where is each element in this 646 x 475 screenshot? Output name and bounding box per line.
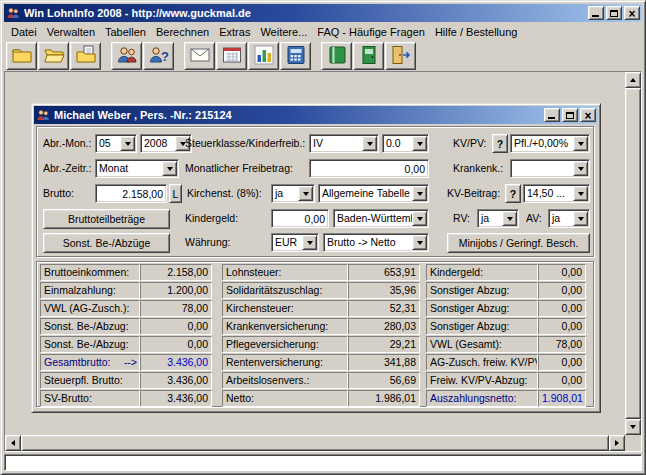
scroll-up-button[interactable] bbox=[625, 72, 641, 88]
mdi-area: Michael Weber , Pers. -Nr.: 215124 Abr.-… bbox=[4, 71, 642, 452]
results-panel: Bruttoeinkommen:2.158,00 Einmalzahlung:1… bbox=[36, 261, 594, 407]
result-row: VWL (AG-Zusch.):78,00 bbox=[40, 300, 212, 317]
menu-item-verwalten[interactable]: Verwalten bbox=[42, 24, 100, 40]
bundesland-select[interactable]: Baden-Württemb. bbox=[333, 209, 429, 228]
minijobs-button[interactable]: Minijobs / Geringf. Besch. bbox=[447, 233, 590, 253]
horizontal-scrollbar[interactable] bbox=[5, 435, 625, 451]
freibetrag-input[interactable] bbox=[309, 159, 429, 178]
main-titlebar[interactable]: Win LohnInfo 2008 - http://www.guckmal.d… bbox=[4, 4, 642, 22]
toolbar-employees-button[interactable] bbox=[111, 42, 142, 70]
employee-minimize-button[interactable] bbox=[544, 108, 560, 122]
rv-select[interactable]: ja bbox=[477, 209, 519, 228]
kirchensteuer-select[interactable]: ja bbox=[271, 184, 315, 203]
berechnungsrichtung-select[interactable]: Brutto -> Netto bbox=[323, 233, 429, 252]
menu-item-hilfe[interactable]: Hilfe / Bestellung bbox=[430, 24, 523, 40]
employee-close-button[interactable] bbox=[580, 108, 596, 122]
minimize-button[interactable] bbox=[588, 6, 604, 20]
selected-value: ja bbox=[549, 210, 573, 227]
selected-value: 2008 bbox=[141, 135, 175, 152]
menu-item-extras[interactable]: Extras bbox=[214, 24, 255, 40]
archive-icon bbox=[358, 44, 380, 69]
input-panel: Abr.-Mon.: 05 2008 Steuerklasse/Kinderfr… bbox=[36, 126, 594, 257]
vertical-scrollbar-thumb[interactable] bbox=[625, 88, 641, 419]
result-value: 2.158,00 bbox=[140, 264, 212, 281]
toolbar-chart-button[interactable] bbox=[248, 42, 279, 70]
result-value: 0,00 bbox=[538, 318, 586, 335]
employee-window-title: Michael Weber , Pers. -Nr.: 215124 bbox=[54, 109, 542, 121]
auszahlungsnetto-value: 1.908,01 bbox=[538, 390, 586, 407]
result-row: Krankenversicherung:280,03 bbox=[222, 318, 420, 335]
rv-label: RV: bbox=[453, 209, 470, 228]
steuerklasse-label: Steuerklasse/Kinderfreib.: bbox=[185, 134, 305, 153]
kindergeld-input[interactable] bbox=[271, 209, 329, 228]
close-button[interactable] bbox=[624, 6, 640, 20]
employee-titlebar[interactable]: Michael Weber , Pers. -Nr.: 215124 bbox=[34, 106, 598, 124]
result-label: AG-Zusch. freiw. KV/PV: bbox=[426, 354, 538, 371]
horizontal-scrollbar-thumb[interactable] bbox=[21, 435, 609, 451]
toolbar-exit-button[interactable] bbox=[385, 42, 416, 70]
av-select[interactable]: ja bbox=[548, 209, 590, 228]
toolbar-calendar-button[interactable] bbox=[216, 42, 247, 70]
result-row: Sonst. Be-/Abzug:0,00 bbox=[40, 318, 212, 335]
auszahlungsnetto-label: Auszahlungsnetto: bbox=[426, 390, 538, 407]
menu-item-faq[interactable]: FAQ - Häufige Fragen bbox=[312, 24, 430, 40]
result-row: Gesamtbrutto:-->3.436,00 bbox=[40, 354, 212, 371]
kv-pv-select[interactable]: Pfl./+0,00% bbox=[510, 134, 590, 153]
employee-maximize-button[interactable] bbox=[562, 108, 578, 122]
toolbar-employee-search-button[interactable]: ? bbox=[143, 42, 174, 70]
menu-item-berechnen[interactable]: Berechnen bbox=[151, 24, 214, 40]
brutto-input[interactable] bbox=[95, 184, 167, 203]
steuerklasse-select[interactable]: IV bbox=[309, 134, 379, 153]
result-row: SV-Brutto:3.436,00 bbox=[40, 390, 212, 407]
result-value: 653,91 bbox=[348, 264, 420, 281]
scroll-right-button[interactable] bbox=[609, 435, 625, 451]
result-label: Kindergeld: bbox=[426, 264, 538, 281]
menu-item-datei[interactable]: Datei bbox=[6, 24, 42, 40]
toolbar-archive-button[interactable] bbox=[353, 42, 384, 70]
kv-beitrag-help-button[interactable]: ? bbox=[505, 184, 521, 203]
chevron-down-icon bbox=[573, 161, 588, 176]
waehrung-select[interactable]: EUR bbox=[271, 233, 319, 252]
menu-item-tabellen[interactable]: Tabellen bbox=[100, 24, 151, 40]
bruttoteilbetraege-button[interactable]: Bruttoteilbeträge bbox=[43, 209, 170, 229]
book-icon bbox=[326, 44, 348, 69]
result-row: Sonstiger Abzug:0,00 bbox=[426, 300, 586, 317]
abr-zeitraum-select[interactable]: Monat bbox=[95, 159, 179, 178]
toolbar-open-button[interactable] bbox=[38, 42, 69, 70]
result-label: Pflegeversicherung: bbox=[222, 336, 348, 353]
krankenkasse-select[interactable] bbox=[510, 159, 590, 178]
chevron-down-icon bbox=[502, 211, 517, 226]
selected-value: 14,50 ... bbox=[524, 185, 573, 202]
result-value: 52,31 bbox=[348, 300, 420, 317]
maximize-button[interactable] bbox=[606, 6, 622, 20]
kv-pv-help-button[interactable]: ? bbox=[492, 134, 508, 153]
lohnsteuertabelle-select[interactable]: Allgemeine Tabelle bbox=[318, 184, 429, 203]
result-row: AG-Zusch. freiw. KV/PV:0,00 bbox=[426, 354, 586, 371]
menu-item-weitere[interactable]: Weitere... bbox=[255, 24, 312, 40]
kinderfreibetrag-select[interactable]: 0.0 bbox=[382, 134, 429, 153]
gesamtbrutto-arrow-button[interactable]: --> bbox=[124, 355, 137, 370]
sonstige-bezuege-button[interactable]: Sonst. Be-/Abzüge bbox=[43, 233, 170, 253]
bar-chart-icon bbox=[253, 44, 275, 69]
chevron-down-icon bbox=[412, 211, 427, 226]
waehrung-label: Währung: bbox=[185, 233, 231, 252]
toolbar-book-button[interactable] bbox=[321, 42, 352, 70]
kv-beitrag-select[interactable]: 14,50 ... bbox=[523, 184, 590, 203]
toolbar-folder-button[interactable] bbox=[6, 42, 37, 70]
main-window: Win LohnInfo 2008 - http://www.guckmal.d… bbox=[0, 0, 646, 475]
result-label: Solidaritätszuschlag: bbox=[222, 282, 348, 299]
result-value: 0,00 bbox=[538, 354, 586, 371]
minimize-icon bbox=[592, 15, 599, 17]
vertical-scrollbar[interactable] bbox=[625, 72, 641, 435]
user-question-icon: ? bbox=[148, 44, 170, 69]
scroll-down-button[interactable] bbox=[625, 419, 641, 435]
arrow-right-icon bbox=[615, 440, 619, 446]
minimize-icon bbox=[548, 117, 555, 119]
toolbar-mail-button[interactable] bbox=[184, 42, 215, 70]
toolbar-folder-document-button[interactable] bbox=[70, 42, 101, 70]
result-label: Steuerpfl. Brutto: bbox=[40, 372, 140, 389]
scroll-left-button[interactable] bbox=[5, 435, 21, 451]
abr-mon-month-select[interactable]: 05 bbox=[95, 134, 137, 153]
brutto-liste-button[interactable]: L bbox=[169, 184, 182, 203]
toolbar-calculator-button[interactable] bbox=[280, 42, 311, 70]
